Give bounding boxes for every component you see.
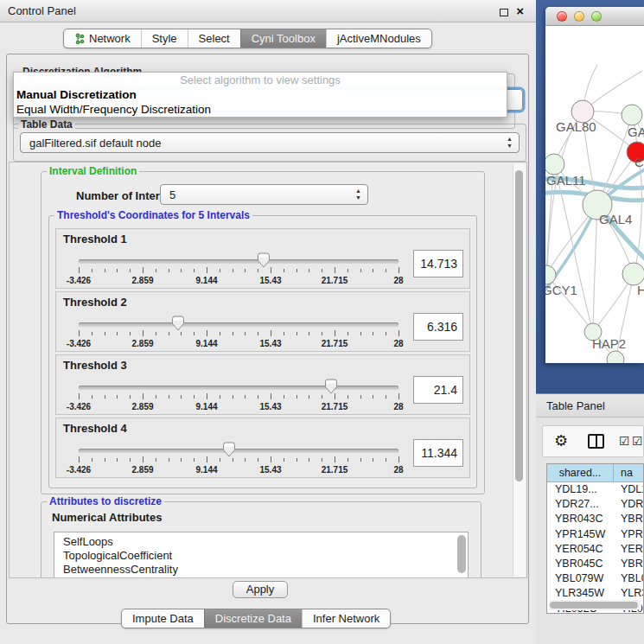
tab-cyni-toolbox[interactable]: Cyni Toolbox	[240, 29, 326, 48]
threshold-value-field[interactable]: 14.713	[413, 250, 463, 277]
threshold-slider[interactable]: -3.4262.8599.14415.4321.71528	[79, 381, 399, 412]
table-cell[interactable]: YBR043C	[547, 512, 614, 526]
table-row[interactable]: YDL19...YDL1	[547, 482, 643, 497]
table-row[interactable]: YER054CYER0	[547, 542, 643, 557]
num-intervals-value: 5	[169, 188, 175, 201]
settings-vertical-scrollbar[interactable]	[513, 163, 526, 577]
tab-style[interactable]: Style	[141, 29, 188, 48]
checkbox-icon[interactable]: ☑	[632, 434, 643, 448]
slider-thumb[interactable]	[257, 252, 271, 268]
table-cell[interactable]: YBL0	[614, 571, 643, 586]
network-node-gcy1[interactable]	[545, 265, 556, 284]
table-cell[interactable]: YLR3	[614, 586, 643, 601]
close-traffic-light-icon[interactable]	[557, 11, 567, 22]
node-label: GAL80	[556, 119, 596, 134]
table-cell[interactable]: YBR0	[614, 557, 643, 571]
column-header-name[interactable]: na	[614, 464, 643, 481]
tab-label: Impute Data	[132, 612, 194, 625]
slider-thumb[interactable]	[222, 442, 236, 457]
slider-track[interactable]	[79, 386, 399, 390]
threshold-label: Threshold 4	[63, 422, 127, 435]
network-window-titlebar	[545, 7, 644, 26]
table-cell[interactable]: YDL1	[614, 482, 643, 497]
attribute-list-item[interactable]: BetweennessCentrality	[54, 563, 468, 577]
numerical-attributes-list[interactable]: SelfLoopsTopologicalCoefficientBetweenne…	[54, 532, 469, 578]
slider-thumb[interactable]	[324, 379, 338, 394]
table-cell[interactable]: YPR145W	[547, 527, 614, 542]
threshold-value-field[interactable]: 6.316	[413, 313, 463, 341]
table-row[interactable]: YBR045CYBR0	[547, 557, 643, 571]
table-cell[interactable]: YLR345W	[547, 586, 614, 601]
apply-button[interactable]: Apply	[233, 581, 288, 598]
threshold-slider[interactable]: -3.4262.8599.14415.4321.71528	[79, 255, 399, 286]
threshold-slider[interactable]: -3.4262.8599.14415.4321.71528	[79, 318, 399, 349]
threshold-value-field[interactable]: 11.344	[413, 439, 463, 467]
node-attribute-table[interactable]: shared... na YDL19...YDL1YDR27...YDR2YBR…	[546, 463, 644, 614]
attributes-list-scrollbar[interactable]	[457, 535, 466, 578]
table-row[interactable]: YLR345WYLR3	[547, 586, 643, 601]
table-cell[interactable]: YDL19...	[547, 482, 614, 497]
table-cell[interactable]: YER0	[614, 542, 643, 557]
zoom-traffic-light-icon[interactable]	[591, 11, 602, 22]
table-cell[interactable]: YBL079W	[547, 571, 614, 586]
num-intervals-spinner[interactable]: 5 ▲▼	[160, 184, 368, 205]
threshold-row: Threshold 1-3.4262.8599.14415.4321.71528…	[55, 228, 470, 289]
tab-label: Style	[152, 32, 177, 45]
tab-label: Network	[89, 32, 131, 45]
control-panel: Control Panel × NetworkStyleSelectCyni T…	[0, 0, 536, 644]
network-node-gal11[interactable]	[545, 154, 564, 175]
tab-network[interactable]: Network	[64, 29, 141, 48]
dropdown-option[interactable]: Equal Width/Frequency Discretization	[14, 102, 507, 117]
table-cell[interactable]: YBR0	[614, 512, 643, 526]
column-layout-icon[interactable]	[588, 434, 604, 449]
table-row[interactable]: YDR27...YDR2	[547, 497, 643, 512]
table-cell[interactable]: YPR1	[614, 527, 643, 542]
node-label: C	[634, 155, 644, 169]
threshold-value-field[interactable]: 21.4	[413, 376, 463, 404]
network-canvas[interactable]: GAL80GACGAL11GAL4GCY1HHAP2	[545, 26, 644, 363]
slider-track[interactable]	[79, 322, 399, 327]
bottom-tab-bar: Impute DataDiscretize DataInfer Network	[121, 609, 391, 628]
dropdown-prompt: Select algorithm to view settings	[14, 73, 507, 87]
attribute-list-item[interactable]: SelfLoops	[54, 535, 468, 549]
node-label: GAL11	[546, 173, 586, 188]
interval-group-title: Interval Definition	[47, 165, 139, 177]
attribute-list-item[interactable]: TopologicalCoefficient	[54, 549, 468, 563]
tab-label: Select	[199, 32, 230, 45]
network-icon	[74, 33, 86, 45]
tab-impute-data[interactable]: Impute Data	[122, 609, 204, 628]
dropdown-option[interactable]: Manual Discretization	[14, 87, 507, 102]
table-row[interactable]: YPR145WYPR1	[547, 527, 643, 542]
float-window-icon[interactable]	[500, 9, 508, 16]
table-cell[interactable]: YDR2	[614, 497, 643, 512]
table-cell[interactable]: YBR045C	[547, 557, 614, 571]
node-label: GA	[628, 124, 644, 139]
table-panel-title: Table Panel	[546, 399, 605, 412]
tab-discretize-data[interactable]: Discretize Data	[204, 609, 302, 628]
slider-ticks	[79, 393, 399, 401]
table-row[interactable]: YBL079WYBL0	[547, 571, 643, 586]
minimize-traffic-light-icon[interactable]	[574, 11, 584, 22]
table-data-group-title: Table Data	[18, 118, 75, 131]
gear-icon[interactable]: ⚙	[554, 431, 568, 450]
table-data-combobox[interactable]: galFiltered.sif default node ▲▼	[20, 132, 520, 153]
close-icon[interactable]: ×	[516, 4, 524, 17]
slider-thumb[interactable]	[171, 316, 185, 331]
slider-track[interactable]	[79, 259, 399, 264]
column-header-shared[interactable]: shared...	[547, 464, 614, 481]
network-node-ga[interactable]	[622, 105, 642, 125]
table-row[interactable]: YBR043CYBR0	[547, 512, 643, 526]
tab-select[interactable]: Select	[188, 29, 240, 48]
table-horizontal-scrollbar[interactable]	[548, 600, 641, 610]
checkbox-icon[interactable]: ☑	[619, 434, 630, 448]
tab-jactivemnodules[interactable]: jActiveMNodules	[326, 29, 431, 48]
slider-tick-labels: -3.4262.8599.14415.4321.71528	[79, 465, 399, 475]
table-cell[interactable]: YDR27...	[547, 497, 614, 512]
tab-label: Cyni Toolbox	[252, 32, 316, 45]
threshold-slider[interactable]: -3.4262.8599.14415.4321.71528	[79, 444, 399, 475]
network-view-window[interactable]: GAL80GACGAL11GAL4GCY1HHAP2	[545, 7, 644, 363]
slider-track[interactable]	[79, 449, 399, 453]
control-panel-titlebar: Control Panel ×	[0, 0, 536, 22]
tab-infer-network[interactable]: Infer Network	[302, 609, 390, 628]
table-cell[interactable]: YER054C	[547, 542, 614, 557]
